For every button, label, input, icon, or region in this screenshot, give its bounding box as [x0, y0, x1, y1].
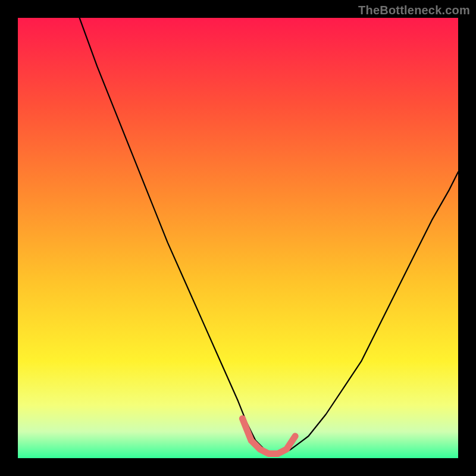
- plot-area: [18, 18, 458, 458]
- gradient-background: [18, 18, 458, 458]
- chart-frame: TheBottleneck.com: [0, 0, 476, 476]
- watermark-text: TheBottleneck.com: [358, 4, 470, 17]
- chart-svg: [18, 18, 458, 458]
